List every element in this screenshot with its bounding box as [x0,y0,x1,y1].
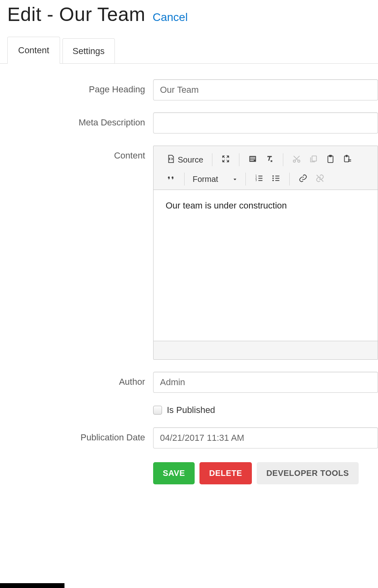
paste-text-button[interactable] [341,153,354,167]
cut-icon [292,154,301,165]
svg-point-4 [293,160,296,163]
editor-content-text: Our team is under construction [166,200,366,211]
source-icon [166,154,175,165]
page-header: Edit - Our Team Cancel [7,3,378,37]
editor-toolbar: Source [154,146,378,190]
meta-description-input[interactable] [153,113,378,133]
author-input[interactable] [153,372,378,393]
publication-date-input[interactable] [153,427,378,448]
cut-button[interactable] [290,153,303,167]
paste-text-icon [343,154,352,165]
bullet-list-icon [272,174,280,184]
page-heading-input[interactable] [153,79,378,100]
is-published-label: Is Published [167,405,215,415]
label-is-published [7,405,153,410]
select-all-icon [248,154,257,165]
rich-text-editor: Source [153,146,378,360]
select-all-button[interactable] [246,153,260,167]
maximize-button[interactable] [219,153,233,167]
tab-label: Settings [73,46,105,56]
format-label: Format [193,175,218,184]
svg-rect-3 [250,160,254,161]
tab-content[interactable]: Content [7,37,60,64]
maximize-icon [221,154,230,165]
svg-rect-6 [312,156,317,161]
cancel-link[interactable]: Cancel [153,11,188,24]
source-label: Source [178,155,203,165]
paste-icon [326,154,335,165]
link-icon [299,174,307,184]
link-button[interactable] [296,172,310,186]
remove-format-button[interactable] [263,153,276,167]
numbered-list-button[interactable]: 123 [252,172,266,186]
unlink-button[interactable] [313,172,327,186]
tab-label: Content [18,45,49,55]
format-dropdown[interactable]: Format [189,173,241,186]
remove-format-icon [265,154,274,165]
svg-text:3: 3 [255,179,257,181]
numbered-list-icon: 123 [255,174,264,184]
svg-point-5 [298,160,300,163]
blockquote-button[interactable] [164,172,178,186]
editor-statusbar [154,341,378,359]
svg-point-14 [272,175,274,177]
svg-point-15 [272,177,274,179]
page-title: Edit - Our Team [7,3,145,25]
label-meta-description: Meta Description [7,113,153,128]
is-published-checkbox[interactable] [153,406,162,415]
blockquote-icon [166,174,175,184]
chevron-down-icon [233,175,237,184]
tab-bar: Content Settings [7,37,378,64]
svg-rect-2 [250,158,255,159]
unlink-icon [316,174,324,184]
svg-point-16 [272,180,274,181]
label-author: Author [7,372,153,387]
copy-icon [309,154,318,165]
delete-button[interactable]: DELETE [199,462,252,484]
label-publication-date: Publication Date [7,427,153,443]
svg-rect-10 [346,155,348,157]
paste-button[interactable] [324,153,337,167]
copy-button[interactable] [307,153,320,167]
svg-rect-1 [250,157,255,158]
label-content: Content [7,146,153,161]
bullet-list-button[interactable] [269,172,283,186]
label-page-heading: Page Heading [7,79,153,95]
decorative-strip [0,583,64,588]
source-button[interactable]: Source [164,153,206,167]
developer-tools-button[interactable]: DEVELOPER TOOLS [257,462,359,484]
tab-settings[interactable]: Settings [62,38,115,64]
save-button[interactable]: SAVE [153,462,195,484]
editor-body[interactable]: Our team is under construction [154,190,378,341]
svg-rect-8 [330,155,332,157]
